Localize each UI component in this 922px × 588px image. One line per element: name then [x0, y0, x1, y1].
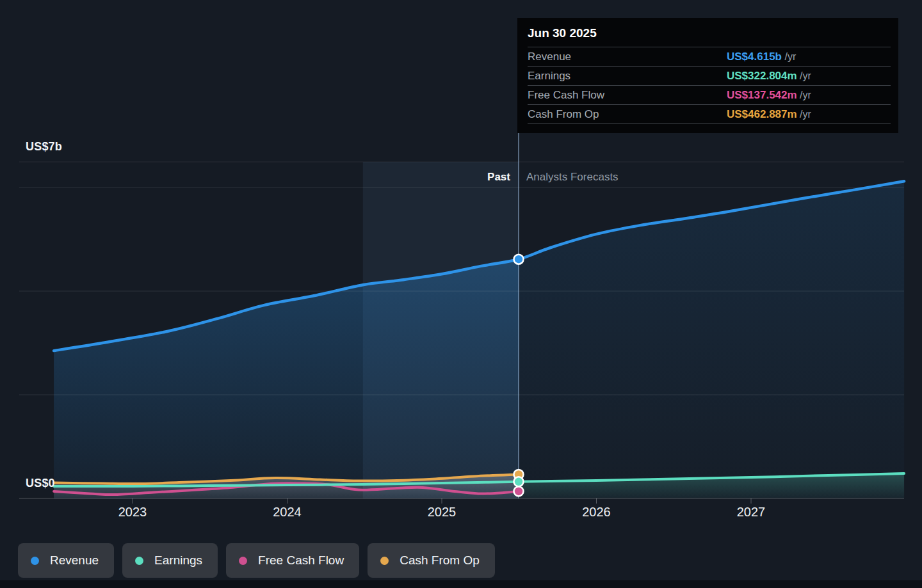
tooltip-row: Cash From OpUS$462.887m /yr — [528, 104, 891, 123]
legend-label: Revenue — [50, 553, 99, 568]
tooltip-row: Free Cash FlowUS$137.542m /yr — [528, 85, 891, 104]
legend-item-cash-from-op[interactable]: Cash From Op — [368, 543, 495, 578]
legend-dot — [31, 557, 39, 565]
legend-item-revenue[interactable]: Revenue — [18, 543, 114, 578]
past-section-label: Past — [487, 167, 510, 187]
bottom-strip — [0, 580, 922, 588]
legend-dot — [135, 557, 143, 565]
x-tick-label: 2027 — [725, 505, 777, 520]
tooltip-row-value: US$462.887m /yr — [727, 105, 811, 123]
x-tick-label: 2025 — [416, 505, 467, 520]
legend-item-free-cash-flow[interactable]: Free Cash Flow — [226, 543, 359, 578]
y-axis-label-top: US$7b — [26, 140, 62, 154]
tooltip-row-value: US$137.542m /yr — [727, 86, 811, 104]
revenue-area-past — [54, 259, 519, 498]
earnings-revenue-growth-chart: US$7b US$0 Past Analysts Forecasts 20232… — [0, 0, 922, 588]
legend-dot — [239, 557, 247, 565]
legend-label: Free Cash Flow — [258, 553, 344, 568]
x-tick-label: 2023 — [107, 505, 158, 520]
legend-item-earnings[interactable]: Earnings — [122, 543, 218, 578]
marker-earnings — [514, 477, 524, 486]
tooltip-row: RevenueUS$4.615b /yr — [528, 47, 891, 66]
chart-legend: RevenueEarningsFree Cash FlowCash From O… — [18, 543, 495, 578]
forecast-section-label: Analysts Forecasts — [526, 167, 619, 187]
tooltip-row: EarningsUS$322.804m /yr — [528, 66, 891, 85]
y-axis-label-zero: US$0 — [26, 477, 55, 490]
tooltip-bottom-divider — [528, 123, 891, 124]
tooltip-row-label: Earnings — [528, 70, 570, 82]
tooltip-row-label: Cash From Op — [528, 108, 599, 120]
x-tick-label: 2024 — [262, 505, 313, 520]
tooltip-row-label: Free Cash Flow — [528, 89, 604, 101]
tooltip-date: Jun 30 2025 — [517, 18, 898, 47]
legend-label: Earnings — [154, 553, 202, 568]
legend-dot — [380, 557, 389, 565]
marker-revenue — [514, 255, 524, 264]
revenue-area-forecast — [519, 181, 904, 498]
tooltip-row-value: US$322.804m /yr — [727, 67, 811, 85]
legend-label: Cash From Op — [400, 553, 480, 568]
marker-free-cash-flow — [514, 486, 524, 496]
hover-tooltip: Jun 30 2025 RevenueUS$4.615b /yrEarnings… — [517, 18, 898, 133]
tooltip-row-value: US$4.615b /yr — [727, 47, 796, 66]
tooltip-row-label: Revenue — [528, 51, 571, 63]
x-tick-label: 2026 — [571, 505, 622, 520]
